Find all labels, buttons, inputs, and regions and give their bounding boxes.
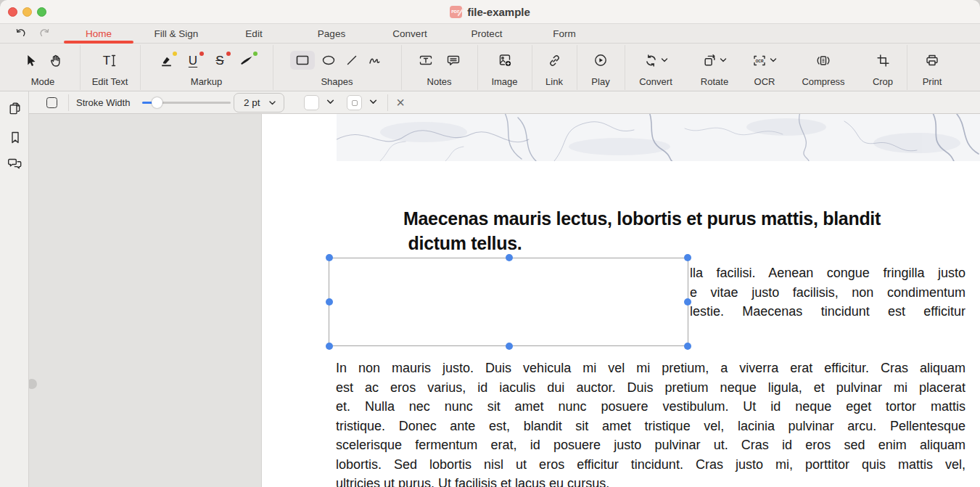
group-label-shapes: Shapes <box>321 77 353 86</box>
document-heading-line1: Maecenas mauris lectus, lobortis et puru… <box>403 208 881 229</box>
convert-button[interactable] <box>644 51 668 70</box>
resize-handle-se[interactable] <box>684 343 691 350</box>
text-line: lobortis. Sed lobortis nisl ut eros effi… <box>336 455 965 475</box>
resize-handle-n[interactable] <box>506 254 513 261</box>
panel-resize-handle[interactable] <box>29 379 37 389</box>
crop-button[interactable] <box>873 51 892 70</box>
resize-handle-w[interactable] <box>326 298 333 306</box>
highlight-button[interactable] <box>157 51 176 70</box>
group-label-play: Play <box>591 77 609 86</box>
text-line: In non mauris justo. Duis vehicula mi ve… <box>336 359 965 378</box>
stroke-color-swatch[interactable] <box>347 95 362 110</box>
text-box-icon <box>418 54 434 67</box>
hand-mode-button[interactable] <box>46 51 65 70</box>
stroke-width-select[interactable]: 2 pt <box>234 93 284 112</box>
sidebar-icon-strip <box>0 91 29 487</box>
underline-color-dot <box>199 52 204 56</box>
tab-protect[interactable]: Protect <box>472 24 503 44</box>
line-icon <box>345 54 358 67</box>
pen-button[interactable] <box>237 51 256 70</box>
text-line: lestie. Maecenas tincidunt est efficitur <box>690 302 965 322</box>
text-note-button[interactable] <box>416 51 435 70</box>
line-shape-button[interactable] <box>342 51 361 70</box>
resize-handle-e[interactable] <box>684 298 691 306</box>
rotate-button[interactable] <box>703 51 727 70</box>
text-line: e vitae justo facilisis, non condimentum <box>690 283 965 303</box>
chevron-down-icon[interactable] <box>326 99 334 105</box>
chevron-down-icon[interactable] <box>369 99 377 105</box>
pdf-editor-window: PDF file-example Home Fill & Sign Edit P… <box>0 0 980 487</box>
resize-handle-ne[interactable] <box>684 254 691 261</box>
insert-link-button[interactable] <box>545 51 564 70</box>
rectangle-preview-icon[interactable] <box>46 97 57 108</box>
edit-text-button[interactable]: T <box>101 51 120 70</box>
group-print: Print <box>907 44 958 91</box>
comment-note-button[interactable] <box>444 51 463 70</box>
comment-bubble-icon <box>446 54 461 67</box>
group-edit-text: T Edit Text <box>80 44 140 91</box>
pages-icon <box>8 102 22 116</box>
title-bar: PDF file-example <box>0 0 980 24</box>
close-property-bar-button[interactable]: × <box>392 94 409 111</box>
resize-handle-s[interactable] <box>506 343 513 350</box>
underline-button[interactable]: U <box>184 51 202 70</box>
group-label-ocr: OCR <box>754 77 775 86</box>
tab-convert[interactable]: Convert <box>392 24 427 44</box>
tab-pages[interactable]: Pages <box>318 24 345 44</box>
undo-button[interactable] <box>12 26 28 42</box>
resize-handle-nw[interactable] <box>326 254 333 261</box>
window-title: file-example <box>467 6 530 18</box>
redo-button[interactable] <box>37 26 53 42</box>
group-label-markup: Markup <box>191 77 222 86</box>
chevron-down-icon <box>770 57 777 63</box>
strikeout-icon: S <box>215 54 223 67</box>
compress-button[interactable] <box>814 51 833 70</box>
highlighter-icon <box>160 54 173 67</box>
ellipse-shape-button[interactable] <box>319 51 338 70</box>
svg-text:OCR: OCR <box>755 58 764 62</box>
rectangle-annotation[interactable] <box>329 258 688 346</box>
print-button[interactable] <box>923 51 942 70</box>
fill-color-swatch[interactable] <box>304 95 319 110</box>
ocr-button[interactable]: OCR <box>752 51 777 70</box>
group-label-edit-text: Edit Text <box>92 77 128 86</box>
tab-fill-and-sign[interactable]: Fill & Sign <box>155 24 199 44</box>
bookmarks-button[interactable] <box>7 130 22 145</box>
bookmark-icon <box>9 131 22 144</box>
printer-icon <box>925 53 939 67</box>
document-heading-line2: dictum tellus. <box>408 233 522 254</box>
group-label-compress: Compress <box>802 77 844 86</box>
text-line: tristique. Donec ante est, blandit sit a… <box>336 417 965 436</box>
play-icon <box>593 53 608 67</box>
group-label-print: Print <box>923 77 942 86</box>
tab-edit[interactable]: Edit <box>245 24 262 44</box>
group-compress: Compress <box>787 44 860 91</box>
chevron-down-icon <box>268 100 276 106</box>
play-media-button[interactable] <box>591 51 610 70</box>
scribble-shape-button[interactable] <box>366 51 384 70</box>
select-mode-button[interactable] <box>21 51 40 70</box>
page-thumbnails-button[interactable] <box>7 101 22 116</box>
group-notes: Notes <box>401 44 477 91</box>
group-label-mode: Mode <box>31 77 55 86</box>
resize-handle-sw[interactable] <box>326 343 333 350</box>
shape-property-bar: Stroke Width 2 pt × <box>29 91 980 114</box>
slider-thumb[interactable] <box>152 97 162 108</box>
tab-form[interactable]: Form <box>553 24 576 44</box>
comments-panel-button[interactable] <box>7 156 22 171</box>
rectangle-shape-button[interactable] <box>290 51 315 70</box>
strikeout-button[interactable]: S <box>210 51 229 70</box>
group-play: Play <box>577 44 625 91</box>
group-link: Link <box>532 44 577 91</box>
text-line: est ac eros varius, id iaculis dui aucto… <box>336 378 965 398</box>
scribble-icon <box>368 54 382 67</box>
group-label-link: Link <box>545 77 563 86</box>
group-convert: Convert <box>625 44 687 91</box>
group-image: Image <box>477 44 532 91</box>
group-shapes: Shapes <box>273 44 401 91</box>
chevron-down-icon <box>720 57 727 63</box>
stroke-width-label: Stroke Width <box>76 91 130 114</box>
insert-image-button[interactable] <box>495 51 514 70</box>
document-viewport[interactable]: Maecenas mauris lectus, lobortis et puru… <box>29 114 980 487</box>
text-line: ultricies ut purus. Ut facilisis et lacu… <box>336 474 965 487</box>
